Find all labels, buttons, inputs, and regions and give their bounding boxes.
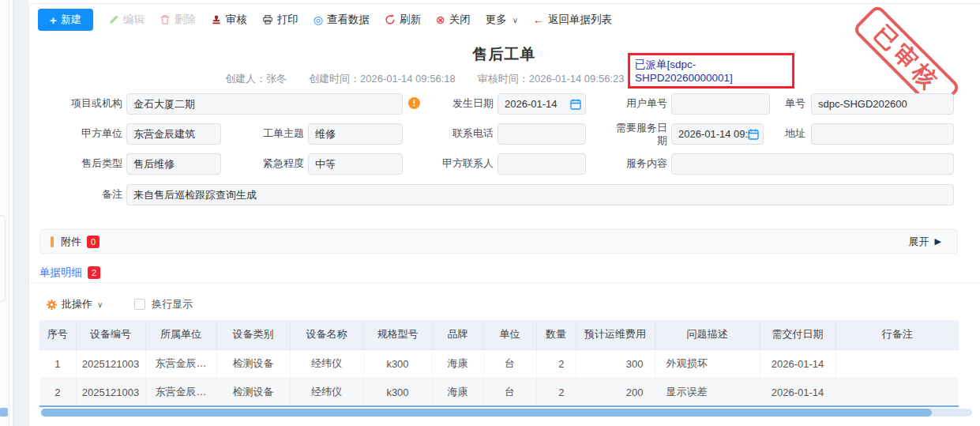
close-button-label: 关闭	[449, 13, 471, 27]
cell-owner-unit: 东营金辰…	[145, 378, 216, 406]
expand-button[interactable]: 展开 ▶	[909, 235, 941, 249]
col-owner-unit: 所属单位	[145, 320, 216, 349]
printer-icon	[262, 14, 273, 25]
gear-icon	[46, 299, 58, 311]
party-a-field[interactable]: 东营金辰建筑	[126, 123, 221, 145]
cell-unit: 台	[483, 378, 536, 406]
calendar-icon[interactable]	[747, 128, 760, 141]
cell-quantity: 2	[536, 378, 576, 406]
batch-operations-label[interactable]: 批操作	[62, 297, 92, 311]
after-sales-work-order-page: + 新建 编辑 删除 审核 打印 ◎	[0, 0, 980, 426]
underlay-strip	[0, 0, 9, 426]
refresh-button-label: 刷新	[400, 13, 421, 27]
service-date-field[interactable]: 2026-01-14 09::	[671, 123, 764, 145]
refresh-icon	[385, 14, 396, 25]
print-button[interactable]: 打印	[262, 13, 299, 27]
contact-label: 甲方联系人	[430, 157, 494, 170]
calendar-icon[interactable]	[569, 98, 582, 111]
cell-equipment-name: 经纬仪	[290, 349, 363, 378]
address-field[interactable]	[811, 123, 954, 145]
info-icon[interactable]: !	[408, 97, 420, 109]
order-no-field[interactable]: sdpc-SHGD202600	[811, 93, 954, 115]
project-field[interactable]: 金石大厦二期	[126, 93, 403, 115]
cell-delivery-date: 2026-01-14	[760, 349, 835, 378]
view-icon: ◎	[314, 14, 323, 25]
refresh-button[interactable]: 刷新	[385, 13, 421, 27]
attachments-title: 附件	[61, 235, 81, 249]
triangle-right-icon: ▶	[935, 236, 941, 247]
occur-date-field[interactable]: 2026-01-14	[498, 93, 586, 115]
service-content-field[interactable]	[671, 153, 954, 175]
urgency-field[interactable]: 中等	[308, 153, 403, 175]
toolbar: + 新建 编辑 删除 审核 打印 ◎	[38, 9, 612, 31]
detail-table: 序号 设备编号 所属单位 设备类别 设备名称 规格型号 品牌 单位 数量 预计运…	[39, 320, 959, 407]
view-data-button[interactable]: ◎ 查看数据	[314, 13, 370, 27]
more-button-label: 更多	[486, 13, 507, 27]
cell-unit: 台	[483, 349, 536, 378]
new-button-label: 新建	[61, 13, 81, 27]
edit-button[interactable]: 编辑	[108, 13, 145, 27]
cell-spec-model: k300	[363, 378, 432, 406]
page-title: 售后工单	[28, 44, 980, 65]
arrow-left-icon: ←	[533, 14, 544, 25]
print-button-label: 打印	[277, 13, 299, 27]
user-no-label: 用户单号	[618, 97, 667, 110]
audit-button[interactable]: 审核	[211, 13, 247, 27]
table-row[interactable]: 2 2025121003 东营金辰… 检测设备 经纬仪 k300 海康 台 2 …	[39, 378, 959, 406]
order-no-label: 单号	[760, 97, 805, 110]
address-label: 地址	[760, 127, 805, 140]
underlay-scrollbar-fragment	[0, 408, 8, 417]
service-date-label: 需要服务日期	[615, 122, 667, 148]
back-to-list-label: 返回单据列表	[548, 13, 612, 27]
batch-operations-row: 批操作 ∨ 换行显示	[46, 297, 193, 311]
wrap-display-label[interactable]: 换行显示	[152, 297, 193, 311]
close-button[interactable]: ⊗ 关闭	[436, 13, 471, 27]
scrollbar-thumb[interactable]	[41, 409, 932, 417]
close-circle-icon: ⊗	[436, 14, 445, 25]
cell-brand: 海康	[432, 349, 483, 378]
contact-field[interactable]	[498, 153, 586, 175]
cell-equipment-no: 2025121003	[76, 349, 145, 378]
cell-delivery-date: 2026-01-14	[760, 378, 835, 406]
cell-row-remark	[835, 378, 959, 406]
phone-label: 联系电话	[445, 127, 494, 140]
user-no-field[interactable]	[671, 93, 770, 115]
back-to-list-button[interactable]: ← 返回单据列表	[533, 13, 612, 27]
cell-row-remark	[835, 349, 959, 378]
divider	[28, 282, 980, 283]
status-text: 已派单[sdpc-SHPD20260000001]	[635, 58, 792, 84]
phone-field[interactable]	[498, 123, 586, 145]
new-button[interactable]: + 新建	[38, 9, 93, 31]
subject-field[interactable]: 维修	[308, 123, 403, 145]
col-quantity: 数量	[536, 320, 576, 349]
after-type-field[interactable]: 售后维修	[126, 153, 221, 175]
col-unit: 单位	[483, 320, 536, 349]
col-delivery-date: 需交付日期	[760, 320, 835, 349]
details-tab[interactable]: 单据明细	[39, 266, 82, 280]
col-brand: 品牌	[432, 320, 483, 349]
col-row-remark: 行备注	[835, 320, 959, 349]
cell-equipment-no: 2025121003	[76, 378, 145, 406]
audited-time-meta: 审核时间：2026-01-14 09:56:23	[478, 72, 625, 86]
table-row[interactable]: 1 2025121003 东营金辰… 检测设备 经纬仪 k300 海康 台 2 …	[39, 349, 959, 378]
cell-problem-desc: 外观损坏	[655, 349, 760, 378]
delete-button[interactable]: 删除	[160, 13, 196, 27]
wrap-display-checkbox[interactable]	[134, 299, 145, 310]
urgency-label: 紧急程度	[249, 157, 304, 170]
more-button[interactable]: 更多 ∨	[486, 13, 518, 27]
cell-brand: 海康	[432, 378, 483, 406]
view-data-button-label: 查看数据	[327, 13, 370, 27]
occur-date-label: 发生日期	[445, 97, 494, 110]
col-est-cost: 预计运维费用	[576, 320, 655, 349]
details-count-badge: 2	[88, 266, 100, 279]
trash-icon	[160, 14, 171, 25]
col-equipment-no: 设备编号	[76, 320, 145, 349]
remark-field[interactable]: 来自售后巡检跟踪查询生成	[126, 184, 954, 205]
cell-est-cost: 200	[576, 378, 655, 406]
details-header: 单据明细 2	[39, 266, 100, 280]
service-date-value: 2026-01-14 09::	[678, 128, 751, 140]
creator-meta: 创建人：张冬	[225, 72, 287, 86]
cell-owner-unit: 东营金辰…	[145, 349, 216, 378]
horizontal-scrollbar[interactable]	[41, 409, 972, 417]
underlay-panel-edge	[0, 215, 6, 302]
